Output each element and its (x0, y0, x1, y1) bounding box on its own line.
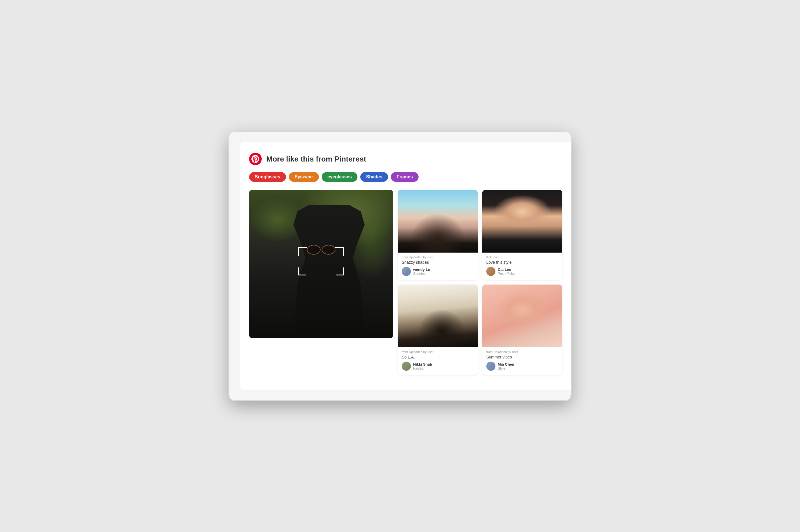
pin-card-4[interactable]: from Uploaded by user Summer vibes Mia C… (482, 285, 562, 375)
tags-row: Sunglasses Eyewear eyeglasses Shades Fra… (249, 172, 562, 182)
pin-desc-4: Summer vibes (486, 355, 558, 359)
main-content: from Uploaded by user Snazzy shades wend… (249, 190, 562, 379)
corner-bl-icon (298, 267, 306, 276)
main-image-bg (249, 190, 393, 338)
pin-info-3: from Uploaded by user So L.A. Nikki Shah… (398, 347, 478, 375)
user-board-1: Sunnies (413, 272, 430, 276)
pin-info-4: from Uploaded by user Summer vibes Mia C… (482, 347, 562, 375)
content-panel: More like this from Pinterest Sunglasses… (240, 142, 571, 390)
svg-point-0 (249, 153, 262, 165)
user-name-3: Nikki Shah (413, 362, 432, 366)
pin-card-2[interactable]: flickr.com Love this style Cat Lee Posh … (482, 190, 562, 280)
pin-card-1[interactable]: from Uploaded by user Snazzy shades wend… (398, 190, 478, 280)
header: More like this from Pinterest (249, 153, 562, 165)
tag-eyewear[interactable]: Eyewear (289, 172, 319, 182)
pin-source-2: flickr.com (486, 255, 558, 259)
user-avatar-2 (486, 267, 495, 276)
device-frame: More like this from Pinterest Sunglasses… (229, 131, 571, 401)
pin-info-1: from Uploaded by user Snazzy shades wend… (398, 252, 478, 280)
right-column: from Uploaded by user Snazzy shades wend… (398, 190, 478, 375)
user-avatar-1 (402, 267, 411, 276)
user-board-3: Fashion (413, 366, 432, 370)
tag-eyeglasses[interactable]: eyeglasses (322, 172, 358, 182)
user-info-3: Nikki Shah Fashion (413, 362, 432, 370)
tag-frames[interactable]: Frames (391, 172, 419, 182)
corner-br-icon (336, 267, 344, 276)
pin-image-1 (398, 190, 478, 252)
user-name-4: Mia Chen (498, 362, 514, 366)
pin-desc-2: Love this style (486, 260, 558, 265)
user-board-4: Style (498, 366, 514, 370)
user-info-1: wendy Lu Sunnies (413, 267, 430, 276)
pin-user-row-2: Cat Lee Posh Picks (486, 267, 558, 276)
user-info-2: Cat Lee Posh Picks (498, 267, 514, 276)
focus-bracket-icon (298, 247, 344, 276)
main-image[interactable] (249, 190, 393, 338)
pin-source-1: from Uploaded by user (402, 255, 474, 259)
pin-image-2 (482, 190, 562, 252)
pin-image-3 (398, 285, 478, 347)
user-avatar-3 (402, 362, 411, 371)
pin-desc-1: Snazzy shades (402, 260, 474, 265)
pin-user-row-4: Mia Chen Style (486, 362, 558, 371)
user-info-4: Mia Chen Style (498, 362, 514, 370)
pin-user-row-3: Nikki Shah Fashion (402, 362, 474, 371)
page-title: More like this from Pinterest (266, 155, 366, 164)
pin-desc-3: So L.A. (402, 355, 474, 359)
pinterest-logo-icon (249, 153, 262, 165)
pin-source-4: from Uploaded by user (486, 350, 558, 354)
tag-shades[interactable]: Shades (360, 172, 388, 182)
pin-card-3[interactable]: from Uploaded by user So L.A. Nikki Shah… (398, 285, 478, 375)
pin-info-2: flickr.com Love this style Cat Lee Posh … (482, 252, 562, 280)
user-avatar-4 (486, 362, 495, 371)
user-name-1: wendy Lu (413, 267, 430, 272)
pin-image-4 (482, 285, 562, 347)
user-board-2: Posh Picks (498, 272, 514, 276)
tag-sunglasses[interactable]: Sunglasses (249, 172, 286, 182)
user-name-2: Cat Lee (498, 267, 514, 272)
far-right-column: flickr.com Love this style Cat Lee Posh … (482, 190, 562, 375)
pin-user-row-1: wendy Lu Sunnies (402, 267, 474, 276)
pin-source-3: from Uploaded by user (402, 350, 474, 354)
